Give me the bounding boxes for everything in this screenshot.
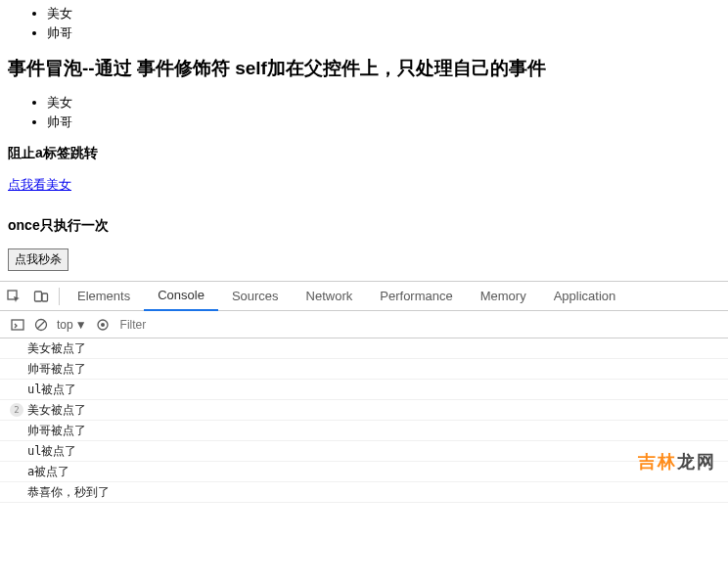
console-output: 美女被点了 帅哥被点了 ul被点了 2美女被点了 帅哥被点了 ul被点了 a被点… <box>0 338 728 503</box>
clear-console-icon[interactable] <box>29 311 53 338</box>
tab-application[interactable]: Application <box>540 282 630 311</box>
inspect-icon[interactable] <box>0 282 27 311</box>
context-selector[interactable]: top ▼ <box>53 318 91 332</box>
heading-once: once只执行一次 <box>8 217 720 235</box>
svg-rect-3 <box>12 320 23 330</box>
link-view[interactable]: 点我看美女 <box>8 176 71 194</box>
count-badge: 2 <box>10 403 23 417</box>
tab-memory[interactable]: Memory <box>467 282 540 311</box>
context-label: top <box>57 318 73 332</box>
console-row[interactable]: 恭喜你，秒到了 <box>0 482 728 503</box>
device-toggle-icon[interactable] <box>27 282 55 311</box>
separator <box>59 288 60 305</box>
list-item[interactable]: 美女 <box>47 4 720 23</box>
tab-console[interactable]: Console <box>144 282 218 311</box>
console-row[interactable]: 帅哥被点了 <box>0 359 728 380</box>
list-2[interactable]: 美女 帅哥 <box>8 93 720 131</box>
chevron-down-icon: ▼ <box>75 318 87 332</box>
console-row[interactable]: 2美女被点了 <box>0 400 728 421</box>
list-item[interactable]: 美女 <box>47 93 720 113</box>
heading-event-self: 事件冒泡--通过 事件修饰符 self加在父控件上，只处理自己的事件 <box>8 56 720 81</box>
tab-performance[interactable]: Performance <box>366 282 466 311</box>
console-row[interactable]: ul被点了 <box>0 441 728 462</box>
list-item[interactable]: 帅哥 <box>47 23 720 43</box>
devtools-panel: Elements Console Sources Network Perform… <box>0 281 728 503</box>
svg-point-7 <box>101 323 105 327</box>
devtools-tabs: Elements Console Sources Network Perform… <box>0 282 728 311</box>
console-row[interactable]: ul被点了 <box>0 380 728 400</box>
svg-rect-1 <box>35 292 42 301</box>
svg-line-5 <box>37 321 45 329</box>
console-toolbar: top ▼ <box>0 311 728 338</box>
tab-elements[interactable]: Elements <box>64 282 144 311</box>
list-1[interactable]: 美女 帅哥 <box>8 4 720 42</box>
console-row[interactable]: 美女被点了 <box>0 338 728 359</box>
filter-input[interactable] <box>114 316 310 334</box>
console-sidebar-toggle-icon[interactable] <box>6 311 29 338</box>
live-expression-icon[interactable] <box>91 311 114 338</box>
svg-rect-2 <box>42 293 48 301</box>
tab-sources[interactable]: Sources <box>218 282 293 311</box>
console-row[interactable]: 帅哥被点了 <box>0 421 728 441</box>
list-item[interactable]: 帅哥 <box>47 113 720 132</box>
heading-prevent-anchor: 阻止a标签跳转 <box>8 145 720 162</box>
tab-network[interactable]: Network <box>293 282 367 311</box>
seckill-button[interactable]: 点我秒杀 <box>8 248 68 271</box>
page-content: 美女 帅哥 事件冒泡--通过 事件修饰符 self加在父控件上，只处理自己的事件… <box>0 4 728 281</box>
console-row[interactable]: a被点了 <box>0 462 728 482</box>
